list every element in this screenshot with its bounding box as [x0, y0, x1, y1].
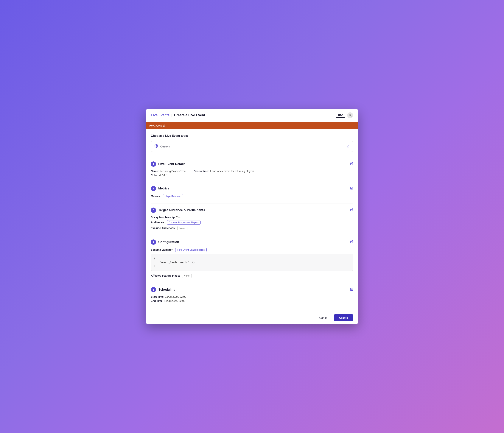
section-5-edit-icon[interactable]: [350, 288, 353, 291]
start-time-row: Start Time: 11/08/2024, 22:00: [151, 295, 353, 298]
start-time-value: 11/08/2024, 22:00: [165, 295, 186, 298]
modal-footer: Cancel Create: [146, 311, 358, 324]
section-configuration: 4 Configuration Schema Validator: Hiro-E…: [151, 235, 353, 283]
section-2-edit-icon[interactable]: [350, 187, 353, 190]
section-3-edit-icon[interactable]: [350, 208, 353, 212]
flags-field: Affected Feature Flags: None: [151, 274, 192, 278]
step-badge-5: 5: [151, 287, 156, 292]
step-badge-3: 3: [151, 207, 156, 213]
metrics-tag: playerReturned: [163, 194, 183, 198]
end-time-row: End Time: 18/08/2024, 22:00: [151, 299, 353, 302]
section-2-title-row: 2 Metrics: [151, 186, 353, 191]
breadcrumb-separator: |: [171, 113, 172, 117]
end-time-label: End Time:: [151, 299, 163, 302]
section-1-title-row: 1 Live Event Details: [151, 162, 353, 167]
header-actions: UTC: [336, 112, 353, 118]
section-5-title-left: 5 Scheduling: [151, 287, 175, 292]
color-label: Color:: [151, 174, 159, 177]
section-5-title-row: 5 Scheduling: [151, 287, 353, 292]
create-button[interactable]: Create: [334, 314, 353, 321]
name-label: Name:: [151, 170, 159, 173]
schema-field: Schema Validator: Hiro-Event-Leaderboard…: [151, 248, 207, 252]
section-4-title-left: 4 Configuration: [151, 239, 179, 245]
metrics-field: Metrics: playerReturned: [151, 194, 183, 198]
section-2-title: Metrics: [158, 187, 170, 190]
event-type-selector[interactable]: Custom: [151, 141, 353, 152]
event-type-left: Custom: [154, 144, 170, 149]
schema-tag: Hiro-Event-Leaderboards: [175, 248, 207, 252]
exclude-label: Exclude Audiences:: [151, 226, 176, 230]
sticky-label: Sticky Membership:: [151, 216, 175, 219]
name-value: ReturningPlayersEvent: [160, 170, 186, 173]
cancel-button[interactable]: Cancel: [316, 314, 332, 321]
event-type-edit-icon[interactable]: [347, 144, 350, 148]
config-code-block: { "event_leaderboards": {} }: [151, 254, 353, 271]
audiences-label: Audiences:: [151, 221, 165, 224]
flags-label: Affected Feature Flags:: [151, 274, 180, 277]
color-banner: Hex: #c04d1b: [146, 122, 358, 129]
metrics-label: Metrics:: [151, 195, 161, 198]
code-content: { "event_leaderboards": {} }: [154, 257, 350, 268]
event-type-name: Custom: [160, 145, 170, 148]
metrics-fields: Metrics: playerReturned: [151, 194, 353, 198]
section-metrics: 2 Metrics Metrics: playerReturned: [151, 182, 353, 203]
section-3-title: Target Audience & Participants: [158, 208, 205, 212]
end-time-field: End Time: 18/08/2024, 22:00: [151, 299, 185, 302]
name-field: Name: ReturningPlayersEvent: [151, 170, 186, 173]
utc-badge[interactable]: UTC: [336, 113, 345, 118]
description-field: Description: A one week event for return…: [194, 170, 255, 173]
end-time-value: 18/08/2024, 22:00: [164, 299, 185, 302]
exclude-field: Exclude Audiences: None: [151, 226, 187, 230]
sticky-value: Yes: [176, 216, 180, 219]
section-3-title-left: 3 Target Audience & Participants: [151, 207, 205, 213]
step-badge-2: 2: [151, 186, 156, 191]
modal-header: Live Events | Create a Live Event UTC: [146, 109, 358, 122]
section-4-title-row: 4 Configuration: [151, 239, 353, 245]
section-3-title-row: 3 Target Audience & Participants: [151, 207, 353, 213]
event-type-section: Choose a Live Event type: Custom: [151, 134, 353, 152]
section-target-audience: 3 Target Audience & Participants Sticky …: [151, 203, 353, 235]
audiences-row: Audiences: ChurnedProgressedPlayers: [151, 220, 353, 225]
create-live-event-modal: Live Events | Create a Live Event UTC He…: [146, 109, 358, 324]
section-1-fields: Name: ReturningPlayersEvent Description:…: [151, 170, 353, 173]
user-avatar-icon[interactable]: [347, 112, 353, 118]
svg-point-1: [156, 145, 157, 146]
svg-point-0: [350, 114, 351, 115]
flags-row: Affected Feature Flags: None: [151, 274, 353, 278]
description-label: Description:: [194, 170, 209, 173]
exclude-row: Exclude Audiences: None: [151, 226, 353, 230]
exclude-tag: None: [177, 226, 187, 230]
section-1-title-left: 1 Live Event Details: [151, 162, 186, 167]
section-2-title-left: 2 Metrics: [151, 186, 170, 191]
gear-icon: [154, 144, 158, 149]
schema-row: Schema Validator: Hiro-Event-Leaderboard…: [151, 248, 353, 252]
breadcrumb-live-events[interactable]: Live Events: [151, 113, 170, 117]
section-scheduling: 5 Scheduling Start Time: 11/08/2024, 22:…: [151, 283, 353, 307]
color-hex-text: Hex: #c04d1b: [149, 124, 165, 127]
section-live-event-details: 1 Live Event Details Name: ReturningPlay…: [151, 157, 353, 182]
choose-type-label: Choose a Live Event type:: [151, 134, 353, 137]
start-time-label: Start Time:: [151, 295, 164, 298]
sticky-field: Sticky Membership: Yes: [151, 216, 180, 219]
step-badge-4: 4: [151, 239, 156, 245]
description-value: A one week event for returning players.: [210, 170, 255, 173]
schema-label: Schema Validator:: [151, 248, 173, 251]
flags-tag: None: [182, 274, 191, 278]
color-value: #c04d1b: [159, 174, 169, 177]
sticky-row: Sticky Membership: Yes: [151, 216, 353, 219]
section-1-edit-icon[interactable]: [350, 162, 353, 166]
audiences-field: Audiences: ChurnedProgressedPlayers: [151, 220, 201, 225]
audiences-tag: ChurnedProgressedPlayers: [167, 220, 201, 225]
color-field: Color: #c04d1b: [151, 174, 169, 177]
section-4-title: Configuration: [158, 240, 179, 244]
section-4-edit-icon[interactable]: [350, 240, 353, 244]
modal-content: Choose a Live Event type: Custom: [146, 129, 358, 311]
section-1-color-row: Color: #c04d1b: [151, 174, 353, 177]
header-title: Live Events | Create a Live Event: [151, 113, 205, 117]
start-time-field: Start Time: 11/08/2024, 22:00: [151, 295, 186, 298]
breadcrumb-create-event: Create a Live Event: [174, 113, 205, 117]
section-1-title: Live Event Details: [158, 162, 186, 166]
section-5-title: Scheduling: [158, 288, 175, 291]
step-badge-1: 1: [151, 162, 156, 167]
